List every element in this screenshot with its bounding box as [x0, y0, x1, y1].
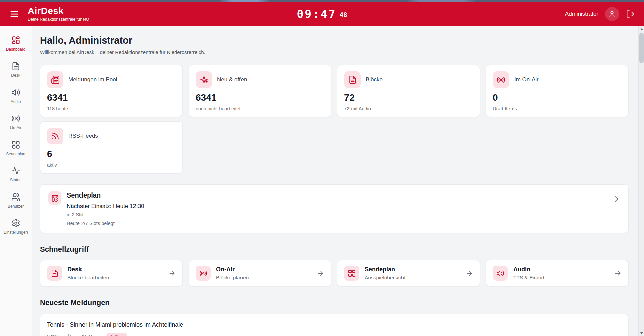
- sidebar-item-label: Audio: [11, 99, 21, 104]
- speaker-icon: [11, 88, 20, 97]
- grid-icon: [11, 140, 20, 149]
- vertical-scrollbar[interactable]: [638, 26, 644, 336]
- scroll-down-icon: [640, 332, 643, 334]
- broadcast-icon: [11, 114, 20, 123]
- sidebar-item-label: Einstellungen: [4, 230, 28, 235]
- activity-icon: [11, 166, 20, 175]
- stat-value: 6: [47, 149, 176, 159]
- quick-card-title: Desk: [67, 266, 109, 273]
- quick-card-subtitle: Ausspielübersicht: [365, 275, 405, 281]
- stat-label: Neu & offen: [217, 76, 247, 83]
- brand: AirDesk Deine Redaktionszentrale für NÖ: [28, 6, 89, 22]
- quick-card-title: Audio: [513, 266, 544, 273]
- quick-card-title: On-Air: [216, 266, 249, 273]
- sidebar: Dashboard Desk Audio On-Air Sendeplan St…: [0, 26, 32, 336]
- sendeplan-banner-body: Sendeplan Nächster Einsatz: Heute 12:30 …: [67, 191, 144, 226]
- menu-icon[interactable]: [9, 9, 19, 19]
- sidebar-item-on-air[interactable]: On-Air: [0, 111, 32, 133]
- stat-card-im-on-air: Im On-Air 0 Draft-Items: [486, 65, 629, 117]
- sidebar-item-benutzer[interactable]: Benutzer: [0, 190, 32, 211]
- quick-card-subtitle: Blöcke planen: [216, 275, 249, 281]
- arrow-right-icon: [317, 270, 324, 277]
- stat-subtext: noch nicht bearbeitet: [196, 106, 324, 111]
- news-time: vor 31 Min.: [73, 334, 98, 336]
- quick-access-row: Desk Blöcke bearbeiten On-Air Blöcke pla…: [40, 260, 629, 286]
- separator-dot: ·: [61, 334, 63, 336]
- quick-card-desk[interactable]: Desk Blöcke bearbeiten: [40, 260, 183, 286]
- speaker-icon: [493, 266, 508, 281]
- sidebar-item-label: On-Air: [10, 125, 22, 130]
- app-header: AirDesk Deine Redaktionszentrale für NÖ …: [0, 2, 644, 26]
- calendar-clock-icon: [48, 191, 61, 205]
- stat-label: Meldungen im Pool: [68, 76, 117, 83]
- logout-icon[interactable]: [626, 10, 635, 18]
- stat-value: 6341: [196, 92, 324, 103]
- clock-time: 09:47: [297, 7, 336, 20]
- sendeplan-next-slot: Nächster Einsatz: Heute 12:30: [67, 203, 144, 210]
- rss-icon: [47, 128, 63, 144]
- document-icon: [11, 62, 20, 71]
- sendeplan-banner[interactable]: Sendeplan Nächster Einsatz: Heute 12:30 …: [40, 184, 629, 233]
- avatar[interactable]: [605, 7, 619, 21]
- newspaper-icon: [47, 71, 63, 88]
- sidebar-item-dashboard[interactable]: Dashboard: [0, 33, 32, 54]
- scrollbar-thumb[interactable]: [639, 33, 644, 63]
- arrow-right-icon: [466, 270, 473, 277]
- stat-subtext: aktiv: [47, 162, 176, 168]
- quick-card-sendeplan[interactable]: Sendeplan Ausspielübersicht: [337, 260, 480, 286]
- quick-access-heading: Schnellzugriff: [40, 245, 629, 254]
- stat-label: Blöcke: [366, 76, 383, 83]
- scroll-up-icon: [640, 28, 643, 30]
- latest-news-heading: Neueste Meldungen: [40, 298, 629, 307]
- app-shell: Dashboard Desk Audio On-Air Sendeplan St…: [0, 26, 644, 336]
- broadcast-icon: [493, 71, 509, 88]
- sidebar-item-sendeplan[interactable]: Sendeplan: [0, 137, 32, 159]
- stat-value: 72: [344, 92, 473, 103]
- gear-icon: [11, 219, 20, 228]
- stat-label: RSS-Feeds: [68, 133, 98, 139]
- sidebar-item-einstellungen[interactable]: Einstellungen: [0, 216, 32, 237]
- stat-subtext: Draft-Items: [493, 106, 622, 111]
- quick-card-subtitle: TTS & Export: [513, 275, 544, 281]
- user-icon: [608, 10, 616, 18]
- stat-label: Im On-Air: [514, 76, 539, 83]
- stat-card-bloecke: Blöcke 72 72 mit Audio: [337, 65, 480, 117]
- header-clock: 09:47 48: [297, 7, 347, 20]
- file-text-icon: [344, 71, 361, 88]
- stat-card-neu-offen: Neu & offen 6341 noch nicht bearbeitet: [189, 65, 331, 117]
- header-user-area: Administrator: [565, 7, 635, 21]
- news-item[interactable]: Tennis - Sinner in Miami problemlos im A…: [40, 314, 628, 336]
- broadcast-icon: [196, 266, 211, 281]
- scroll-up-button[interactable]: [639, 26, 644, 32]
- app-tagline: Deine Redaktionszentrale für NÖ: [28, 17, 89, 22]
- sendeplan-title: Sendeplan: [67, 191, 144, 199]
- arrow-right-icon: [614, 270, 622, 277]
- news-source: NÖN: [47, 334, 58, 336]
- sidebar-item-label: Desk: [11, 73, 20, 78]
- quick-card-on-air[interactable]: On-Air Blöcke planen: [189, 260, 331, 286]
- sidebar-item-status[interactable]: Status: [0, 164, 32, 185]
- quick-card-audio[interactable]: Audio TTS & Export: [486, 260, 629, 286]
- main-content: Hallo, Administrator Willkommen bei AirD…: [32, 26, 644, 336]
- stat-subtext: 118 heute: [47, 106, 176, 111]
- user-name-label: Administrator: [565, 11, 598, 17]
- app-title: AirDesk: [28, 6, 89, 16]
- stat-card-meldungen-im-pool: Meldungen im Pool 6341 118 heute: [40, 65, 183, 117]
- quick-card-subtitle: Blöcke bearbeiten: [67, 275, 109, 281]
- clock-seconds: 48: [340, 11, 347, 18]
- zap-icon: [110, 335, 114, 336]
- stat-card-rss-feeds: RSS-Feeds 6 aktiv: [40, 121, 183, 173]
- stat-value: 6341: [47, 92, 176, 103]
- users-icon: [11, 192, 20, 202]
- arrow-right-icon[interactable]: [611, 195, 620, 204]
- sidebar-item-audio[interactable]: Audio: [0, 85, 32, 107]
- sidebar-item-desk[interactable]: Desk: [0, 59, 32, 80]
- sidebar-item-label: Status: [10, 178, 21, 182]
- scroll-down-button[interactable]: [639, 330, 644, 336]
- status-badge-neu: Neu: [106, 333, 128, 336]
- stat-subtext: 72 mit Audio: [344, 106, 473, 111]
- welcome-text: Willkommen bei AirDesk – deiner Redaktio…: [40, 49, 629, 55]
- sendeplan-relative-time: in 2 Std.: [67, 212, 144, 217]
- quick-card-title: Sendeplan: [365, 266, 405, 273]
- sparkles-icon: [196, 71, 212, 88]
